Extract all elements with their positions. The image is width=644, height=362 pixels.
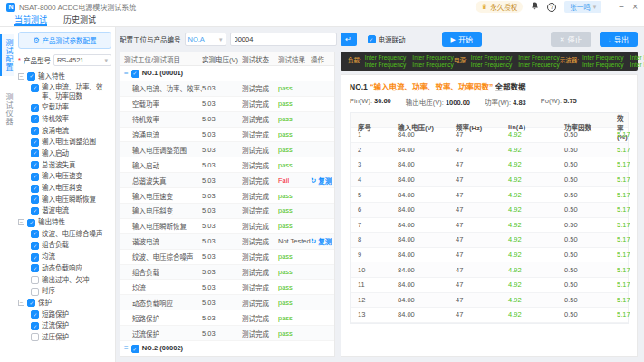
test-item-row[interactable]: 均流 5.03 测试完成 pass (120, 280, 334, 295)
confirm-enter-button[interactable]: ↵ (341, 33, 357, 46)
station-group-row[interactable]: ≡ ✓NO.2 (00002) (120, 341, 334, 357)
item-checkbox[interactable]: ✓ (31, 322, 39, 330)
item-checkbox[interactable]: ✓ (31, 173, 39, 181)
test-item-row[interactable]: 待机效率 5.03 测试完成 pass (120, 112, 334, 128)
detail-data-row[interactable]: 3 84.00 47 4.92 0.50 5.17 (351, 157, 628, 173)
item-checkbox[interactable]: ✓ (31, 104, 39, 112)
item-checkbox[interactable]: ✓ (27, 72, 35, 81)
detail-data-row[interactable]: 6 84.00 47 4.92 0.50 5.17 (351, 203, 628, 218)
export-button[interactable]: ↓ 导出 (600, 32, 639, 47)
detail-data-row[interactable]: 7 84.00 47 4.92 0.50 5.17 (351, 218, 628, 233)
item-checkbox[interactable]: ✓ (131, 345, 139, 353)
item-checkbox[interactable]: ✓ (31, 84, 39, 92)
item-checkbox[interactable]: ✓ (31, 138, 39, 147)
detail-data-row[interactable]: 8 84.00 47 4.92 0.50 5.17 (351, 233, 628, 248)
stop-button[interactable]: ✕ 停止 (551, 32, 591, 47)
item-checkbox[interactable]: ✓ (31, 161, 39, 169)
drag-handle-icon[interactable]: ≡ (124, 69, 129, 77)
chevron-down-icon: ▾ (104, 57, 108, 64)
collapse-icon[interactable]: − (18, 300, 24, 306)
minimize-icon[interactable]: − (619, 3, 624, 12)
item-checkbox[interactable]: ✓ (31, 230, 39, 238)
drag-handle-icon[interactable]: ≡ (124, 344, 129, 352)
item-checkbox[interactable] (31, 288, 39, 296)
model-select[interactable]: RS-4521 ▾ (53, 54, 111, 66)
cell-index: 11 (351, 281, 390, 289)
test-item-row[interactable]: 输入电压瞬断恢复 5.03 测试完成 pass (120, 219, 334, 234)
tab-current-test[interactable]: 当前测试 (14, 14, 47, 26)
test-item-row[interactable]: 谐波电流 5.03 测试完成 Not Tested ↻复测 (120, 234, 334, 250)
detail-data-row[interactable]: 1 84.00 47 4.92 0.50 5.17 (351, 128, 628, 143)
link-checkbox[interactable]: ✓ (368, 35, 376, 43)
instrument-label: 示波器: (560, 54, 579, 64)
start-button[interactable]: ▶ 开始 (442, 32, 482, 47)
test-item-name: 总谐波失真 (120, 176, 202, 186)
notification-bell-icon[interactable] (531, 2, 539, 12)
help-icon[interactable]: ? (547, 3, 556, 12)
test-item-row[interactable]: 空载功率 5.03 测试完成 pass (120, 97, 334, 112)
detail-data-row[interactable]: 10 84.00 47 4.92 0.50 5.17 (351, 262, 628, 278)
item-checkbox[interactable] (31, 276, 39, 284)
item-checkbox[interactable]: ✓ (31, 242, 39, 250)
test-item-row[interactable]: 组合负载 5.03 测试完成 pass (120, 265, 334, 281)
test-item-row[interactable]: 总谐波失真 5.03 测试完成 Fail ↻复测 (120, 173, 334, 188)
detail-data-row[interactable]: 5 84.00 47 4.92 0.50 5.17 (351, 187, 628, 203)
vtab-test-config[interactable]: 测试配置 (0, 34, 14, 76)
detail-table-rows: 1 84.00 47 4.92 0.50 5.17 2 84.00 47 4.9… (351, 128, 628, 323)
vtab-test-instrument[interactable]: 测试仪器 (0, 89, 14, 130)
detail-data-row[interactable]: 12 84.00 47 4.92 0.50 5.17 (351, 293, 628, 309)
detail-data-row[interactable]: 13 84.00 47 4.92 0.50 5.17 (351, 308, 628, 323)
item-checkbox[interactable]: ✓ (31, 115, 39, 123)
detail-data-row[interactable]: 9 84.00 47 4.92 0.50 5.17 (351, 248, 628, 263)
test-item-row[interactable]: 过流保护 5.03 测试完成 pass (120, 326, 334, 341)
cell-index: 8 (351, 235, 390, 243)
cell-freq: 47 (448, 191, 501, 199)
tree-item-label: 谐波电流 (42, 206, 69, 214)
tree-item-label: 输入电压速变 (42, 172, 82, 180)
test-item-row[interactable]: 短路保护 5.03 测试完成 pass (120, 310, 334, 326)
item-checkbox[interactable] (31, 333, 39, 341)
tree-item-label: 输入电流、功率、效率、功率因数 (42, 83, 111, 100)
cell-vin: 84.00 (390, 266, 448, 274)
tree-item-label: 过流保护 (42, 321, 69, 329)
test-item-row[interactable]: 输入电压斜变 5.03 测试完成 pass (120, 204, 334, 219)
test-item-name: 动态负载响应 (120, 298, 202, 308)
tab-history-test[interactable]: 历史测试 (63, 14, 96, 26)
test-item-row[interactable]: 动态负载响应 5.03 测试完成 pass (120, 295, 334, 310)
station-group-row[interactable]: ≡ ✓NO.1 (00001) (120, 66, 334, 81)
item-checkbox[interactable]: ✓ (31, 195, 39, 204)
product-test-config-button[interactable]: ⚙ 产品测试参数配置 (18, 32, 111, 49)
detail-data-row[interactable]: 4 84.00 47 4.92 0.50 5.17 (351, 173, 628, 188)
test-result: pass (278, 84, 311, 92)
item-checkbox[interactable]: ✓ (31, 253, 39, 262)
close-icon[interactable]: × (632, 3, 638, 12)
instrument-label: 电源: (454, 54, 467, 64)
detail-data-row[interactable]: 2 84.00 47 4.92 0.50 5.17 (351, 143, 628, 158)
retest-button[interactable]: ↻复测 (311, 176, 334, 186)
item-checkbox[interactable]: ✓ (27, 299, 35, 307)
test-item-row[interactable]: 纹波、电压综合噪声 5.03 测试完成 pass (120, 250, 334, 265)
test-item-row[interactable]: 输入电流、功率、效率、功率因数 5.03 测试完成 pass (120, 81, 334, 97)
item-checkbox[interactable]: ✓ (31, 185, 39, 193)
item-checkbox[interactable]: ✓ (31, 264, 39, 272)
item-checkbox[interactable]: ✓ (27, 219, 35, 227)
collapse-icon[interactable]: − (18, 219, 24, 225)
test-item-row[interactable]: 输入电压速变 5.03 测试完成 pass (120, 188, 334, 204)
serial-number-input[interactable] (230, 33, 337, 46)
collapse-icon[interactable]: − (18, 73, 24, 80)
detail-data-row[interactable]: 11 84.00 47 4.92 0.50 5.17 (351, 278, 628, 293)
test-status: 测试完成 (242, 313, 278, 323)
item-checkbox[interactable]: ✓ (31, 127, 39, 135)
item-checkbox[interactable]: ✓ (31, 310, 39, 319)
station-select[interactable]: NO.A ▾ (185, 33, 226, 46)
item-checkbox[interactable]: ✓ (31, 149, 39, 157)
user-menu[interactable]: 张一鸣 ▾ (564, 1, 601, 13)
test-item-row[interactable]: 输入电压调整范围 5.03 测试完成 pass (120, 142, 334, 157)
refresh-icon: ↻ (311, 237, 316, 245)
test-item-row[interactable]: 浪涌电流 5.03 测试完成 pass (120, 128, 334, 143)
test-item-row[interactable]: 输入启动 5.03 测试完成 pass (120, 157, 334, 173)
detail-stats: Pin(W):30.60 输出电压(V):1000.00 功率(W):4.83 … (350, 97, 629, 107)
retest-button[interactable]: ↻复测 (311, 236, 334, 246)
item-checkbox[interactable]: ✓ (131, 70, 139, 78)
item-checkbox[interactable]: ✓ (31, 207, 39, 215)
